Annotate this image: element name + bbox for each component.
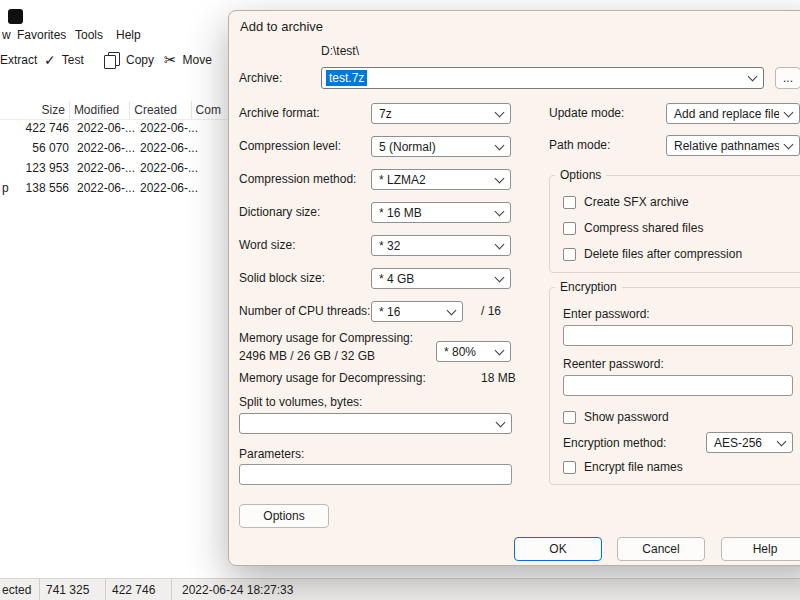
copy-label: Copy xyxy=(126,53,154,67)
menu-item-favorites[interactable]: Favorites xyxy=(17,28,66,42)
chevron-down-icon xyxy=(495,239,505,249)
column-header-created[interactable]: Created xyxy=(130,101,191,119)
memory-decompress-label: Memory usage for Decompressing: xyxy=(239,371,426,385)
update-mode-select[interactable]: Add and replace files xyxy=(666,103,800,124)
cpu-threads-max: / 16 xyxy=(481,304,501,318)
help-button[interactable]: Help xyxy=(721,537,800,561)
word-size-label: Word size: xyxy=(239,238,295,252)
dictionary-size-select[interactable]: * 16 MB xyxy=(371,202,511,223)
status-timestamp: 2022-06-24 18:27:33 xyxy=(172,579,299,600)
delete-after-compression-checkbox[interactable]: Delete files after compression xyxy=(563,247,742,261)
file-row[interactable]: 123 953 2022-06-... 2022-06-... xyxy=(0,158,230,178)
cell-modified: 2022-06-... xyxy=(73,141,136,155)
options-group-title: Options xyxy=(555,168,606,182)
toolbar: Extract ✓ Test Copy ✂ Move xyxy=(0,46,230,74)
cell-modified: 2022-06-... xyxy=(73,181,136,195)
add-to-archive-dialog: Add to archive Archive: D:\test\ test.7z… xyxy=(228,10,800,566)
chevron-down-icon xyxy=(495,206,505,216)
update-mode-label: Update mode: xyxy=(549,106,624,120)
checkbox-box xyxy=(563,411,576,424)
move-label: Move xyxy=(183,53,212,67)
enter-password-input[interactable] xyxy=(563,325,793,346)
archive-format-select[interactable]: 7z xyxy=(371,103,511,124)
ok-button[interactable]: OK xyxy=(514,537,602,561)
checkbox-box xyxy=(563,196,576,209)
chevron-down-icon xyxy=(447,305,457,315)
column-header-size[interactable]: Size xyxy=(0,101,70,119)
cancel-button[interactable]: Cancel xyxy=(617,537,705,561)
status-size-item: 422 746 xyxy=(106,579,172,600)
encryption-method-label: Encryption method: xyxy=(563,436,666,450)
compression-level-select[interactable]: 5 (Normal) xyxy=(371,136,511,157)
cell-size: 138 556 xyxy=(0,181,73,195)
chevron-down-icon xyxy=(784,107,794,117)
compression-method-select[interactable]: * LZMA2 xyxy=(371,169,511,190)
menu-item-view-partial[interactable]: w xyxy=(2,28,11,42)
cell-created: 2022-06-... xyxy=(136,121,200,135)
archive-label: Archive: xyxy=(239,71,282,85)
solid-block-size-select[interactable]: * 4 GB xyxy=(371,268,511,289)
browse-button[interactable]: ... xyxy=(775,67,800,89)
chevron-down-icon xyxy=(777,436,787,446)
enter-password-label: Enter password: xyxy=(563,307,650,321)
archive-format-label: Archive format: xyxy=(239,106,320,120)
parameters-label: Parameters: xyxy=(239,447,304,461)
checkbox-box xyxy=(563,222,576,235)
checkbox-box xyxy=(563,248,576,261)
path-mode-select[interactable]: Relative pathnames xyxy=(666,135,800,156)
column-header-comment[interactable]: Com xyxy=(192,101,230,119)
memory-compress-values: 2496 MB / 26 GB / 32 GB xyxy=(239,349,375,363)
memory-compress-select[interactable]: * 80% xyxy=(436,341,511,362)
menu-item-help[interactable]: Help xyxy=(116,28,141,42)
chevron-down-icon xyxy=(496,417,506,427)
encryption-method-select[interactable]: AES-256 xyxy=(706,432,793,453)
chevron-down-icon xyxy=(495,140,505,150)
cell-modified: 2022-06-... xyxy=(73,161,136,175)
cell-name-partial: p xyxy=(2,181,9,195)
reenter-password-label: Reenter password: xyxy=(563,357,664,371)
menu-bar: w Favorites Tools Help xyxy=(0,28,230,46)
show-password-checkbox[interactable]: Show password xyxy=(563,410,669,424)
cell-created: 2022-06-... xyxy=(136,181,200,195)
cell-size: 123 953 xyxy=(0,161,73,175)
status-selected: ected xyxy=(0,579,40,600)
create-sfx-checkbox[interactable]: Create SFX archive xyxy=(563,195,689,209)
file-row[interactable]: 56 070 2022-06-... 2022-06-... xyxy=(0,138,230,158)
copy-button[interactable]: Copy xyxy=(104,46,154,74)
status-size-total: 741 325 xyxy=(40,579,106,600)
cell-created: 2022-06-... xyxy=(136,141,200,155)
check-icon: ✓ xyxy=(44,52,56,68)
chevron-down-icon xyxy=(495,272,505,282)
dialog-title: Add to archive xyxy=(240,19,323,34)
encryption-group-title: Encryption xyxy=(555,280,622,294)
cpu-threads-select[interactable]: * 16 xyxy=(371,301,463,322)
chevron-down-icon xyxy=(495,173,505,183)
archive-directory: D:\test\ xyxy=(321,44,359,58)
archive-name-input[interactable]: test.7z xyxy=(321,67,764,89)
menu-item-tools[interactable]: Tools xyxy=(75,28,103,42)
file-row[interactable]: p 138 556 2022-06-... 2022-06-... xyxy=(0,178,230,198)
move-button[interactable]: ✂ Move xyxy=(164,46,212,74)
memory-decompress-value: 18 MB xyxy=(481,371,516,385)
memory-compress-label: Memory usage for Compressing: xyxy=(239,331,413,345)
parameters-input[interactable] xyxy=(239,464,512,485)
test-label: Test xyxy=(62,53,84,67)
word-size-select[interactable]: * 32 xyxy=(371,235,511,256)
extract-button[interactable]: Extract xyxy=(0,46,37,74)
compression-method-label: Compression method: xyxy=(239,172,356,186)
cell-size: 56 070 xyxy=(0,141,73,155)
cell-modified: 2022-06-... xyxy=(73,121,136,135)
split-volumes-select[interactable] xyxy=(239,413,512,434)
column-header-modified[interactable]: Modified xyxy=(70,101,130,119)
compress-shared-checkbox[interactable]: Compress shared files xyxy=(563,221,703,235)
browse-label: ... xyxy=(783,71,793,85)
extract-label: Extract xyxy=(0,53,37,67)
chevron-down-icon xyxy=(495,345,505,355)
options-button[interactable]: Options xyxy=(239,504,329,528)
encrypt-file-names-checkbox[interactable]: Encrypt file names xyxy=(563,460,683,474)
split-volumes-label: Split to volumes, bytes: xyxy=(239,395,362,409)
test-button[interactable]: ✓ Test xyxy=(44,46,84,74)
compression-level-label: Compression level: xyxy=(239,139,341,153)
reenter-password-input[interactable] xyxy=(563,375,793,396)
file-row[interactable]: 422 746 2022-06-... 2022-06-... xyxy=(0,118,230,138)
